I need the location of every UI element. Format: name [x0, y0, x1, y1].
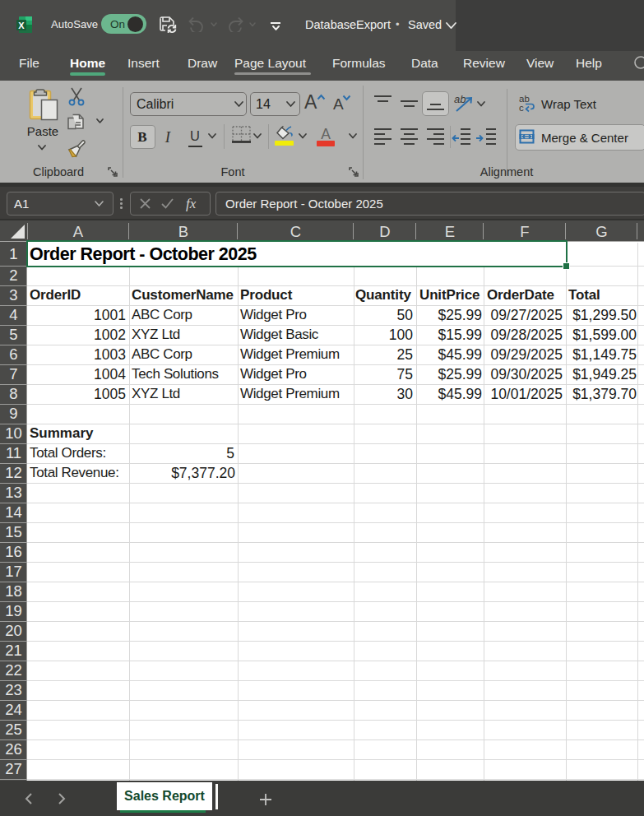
svg-text:c: c — [519, 103, 524, 113]
svg-text:X: X — [18, 21, 25, 30]
